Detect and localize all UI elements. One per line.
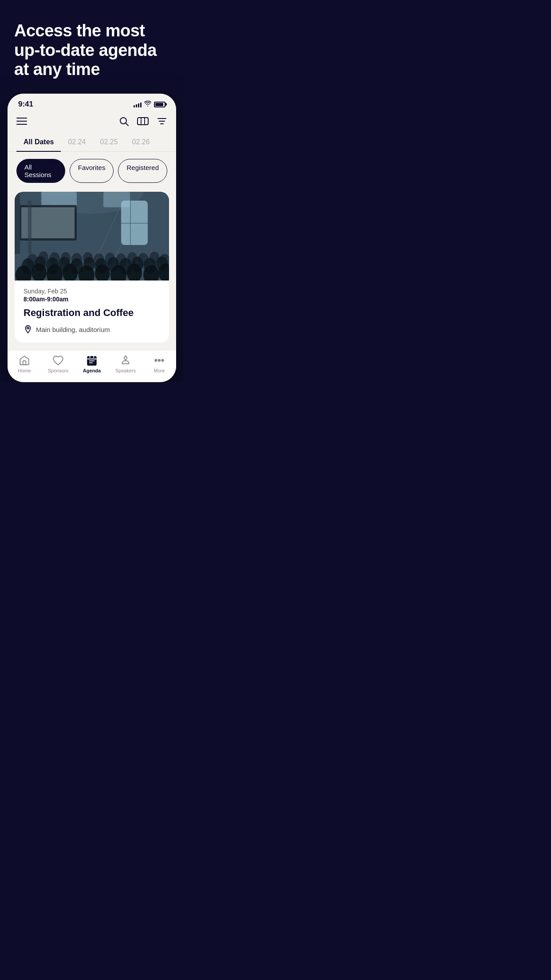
content-area: Sunday, Feb 25 8:00am-9:00am Registratio… [8, 190, 176, 350]
nav-item-sponsors[interactable]: Sponsors [45, 355, 71, 373]
nav-item-agenda[interactable]: Agenda [79, 355, 105, 373]
status-icons [134, 101, 165, 108]
svg-rect-14 [121, 223, 148, 224]
sponsors-icon [52, 355, 64, 366]
status-bar: 9:41 [8, 94, 176, 112]
location-text: Main building, auditorium [36, 326, 110, 333]
chip-favorites[interactable]: Favorites [70, 159, 114, 183]
filter-icon[interactable] [157, 116, 167, 126]
battery-icon [154, 102, 165, 107]
app-header [8, 112, 176, 134]
chip-registered[interactable]: Registered [118, 159, 167, 183]
signal-icon [134, 101, 142, 107]
status-time: 9:41 [18, 100, 33, 109]
tab-0225[interactable]: 02.25 [93, 134, 125, 151]
session-time: 8:00am-9:00am [24, 296, 160, 303]
svg-point-67 [161, 360, 163, 361]
location-icon [24, 325, 32, 334]
session-image [15, 192, 169, 281]
svg-rect-18 [28, 201, 31, 254]
svg-point-65 [155, 360, 157, 361]
session-title: Registration and Coffee [24, 307, 160, 319]
chip-all-sessions[interactable]: All Sessions [16, 159, 65, 183]
speakers-icon [120, 355, 131, 366]
agenda-icon [86, 355, 98, 366]
session-card[interactable]: Sunday, Feb 25 8:00am-9:00am Registratio… [15, 192, 169, 343]
tab-all-dates[interactable]: All Dates [16, 134, 61, 151]
session-location: Main building, auditorium [24, 325, 160, 334]
ticket-icon[interactable] [137, 116, 149, 126]
tab-0226[interactable]: 02.26 [125, 134, 157, 151]
home-icon [19, 355, 30, 366]
hamburger-icon[interactable] [16, 118, 27, 125]
phone-frame: 9:41 [8, 94, 176, 382]
header-icons [118, 116, 167, 126]
svg-rect-2 [138, 118, 148, 125]
svg-point-66 [158, 360, 160, 361]
svg-line-1 [126, 123, 129, 126]
nav-label-agenda: Agenda [83, 368, 101, 373]
filter-chips: All Sessions Favorites Registered [8, 152, 176, 190]
hero-title: Access the most up-to-date agenda at any… [14, 21, 169, 79]
nav-item-speakers[interactable]: Speakers [112, 355, 139, 373]
tab-0224[interactable]: 02.24 [61, 134, 93, 151]
svg-point-56 [27, 327, 29, 329]
nav-label-speakers: Speakers [115, 368, 136, 373]
date-tabs: All Dates 02.24 02.25 02.26 [8, 134, 176, 152]
svg-rect-17 [15, 192, 20, 254]
hero-section: Access the most up-to-date agenda at any… [0, 0, 184, 94]
session-date: Sunday, Feb 25 [24, 288, 160, 295]
nav-item-more[interactable]: More [146, 355, 173, 373]
nav-label-home: Home [18, 368, 31, 373]
nav-item-home[interactable]: Home [11, 355, 38, 373]
bottom-nav: Home Sponsors A [8, 350, 176, 382]
wifi-icon [144, 101, 151, 108]
more-icon [153, 355, 165, 366]
nav-label-sponsors: Sponsors [48, 368, 68, 373]
nav-label-more: More [153, 368, 165, 373]
svg-rect-57 [23, 361, 26, 365]
search-icon[interactable] [118, 116, 129, 126]
session-info: Sunday, Feb 25 8:00am-9:00am Registratio… [15, 281, 169, 343]
